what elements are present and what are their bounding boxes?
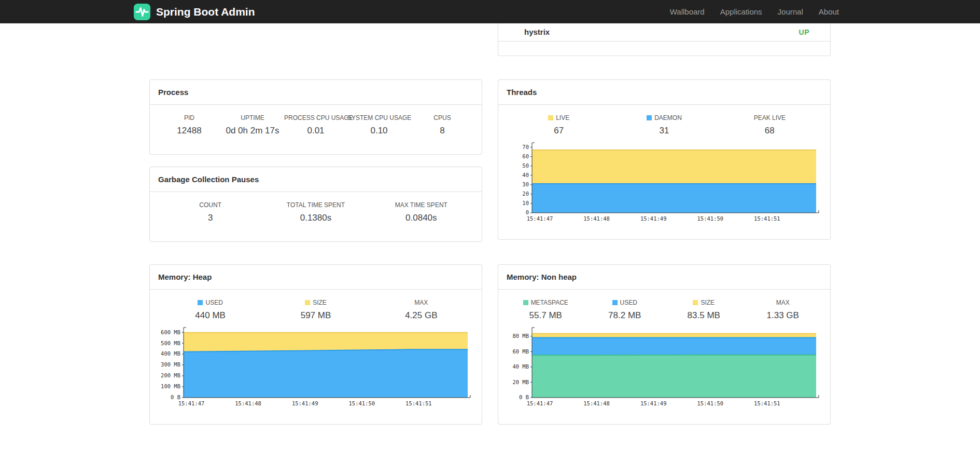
memory-nonheap-panel-title: Memory: Non heap — [498, 265, 830, 290]
application-name[interactable]: hystrix — [524, 28, 550, 36]
memory-nonheap-body: METASPACE55.7 MBUSED78.2 MBSIZE83.5 MBMA… — [498, 290, 830, 409]
x-tick-label: 15:41:47 — [527, 215, 553, 222]
y-tick-label: 30 — [522, 181, 529, 187]
heap-chart: 0 B100 MB200 MB300 MB400 MB500 MB600 MB1… — [158, 327, 474, 409]
y-tick-label: 60 MB — [512, 348, 529, 355]
metric-label: UPTIME — [221, 114, 284, 121]
spacer — [149, 23, 482, 79]
metric-value: 0.10 — [347, 126, 411, 136]
nav-link-applications[interactable]: Applications — [712, 7, 770, 16]
legend-label: SIZE — [263, 299, 368, 306]
y-tick-label: 0 B — [519, 394, 529, 400]
legend-swatch-icon — [647, 115, 652, 120]
heap-legend: USED440 MBSIZE597 MBMAX4.25 GB — [158, 299, 474, 321]
legend-item: SIZE83.5 MB — [664, 299, 744, 321]
legend-label: PEAK LIVE — [717, 114, 822, 121]
legend-swatch-icon — [198, 300, 203, 305]
legend-swatch-icon — [305, 300, 310, 305]
x-tick-label: 15:41:51 — [405, 400, 432, 406]
threads-body: LIVE67DAEMON31PEAK LIVE68 01020304050607… — [498, 105, 830, 224]
y-tick-label: 40 MB — [512, 363, 529, 370]
gc-metrics: COUNT3TOTAL TIME SPENT0.1380sMAX TIME SP… — [150, 192, 482, 223]
x-tick-label: 15:41:50 — [697, 400, 724, 406]
threads-chart: 01020304050607015:41:4715:41:4815:41:491… — [506, 142, 822, 224]
nav-item: About — [811, 7, 847, 17]
brand-link[interactable]: Spring Boot Admin — [133, 3, 255, 21]
legend-swatch-icon — [693, 300, 698, 305]
x-tick-label: 15:41:48 — [583, 400, 610, 406]
nonheap-chart-container: 0 B20 MB40 MB60 MB80 MB15:41:4715:41:481… — [506, 327, 822, 409]
right-column: hystrix UP Threads LIVE67DAEMON31PEAK LI… — [490, 23, 838, 425]
memory-heap-panel-title: Memory: Heap — [150, 265, 482, 290]
y-tick-label: 20 — [522, 190, 529, 197]
metric: UPTIME0d 0h 2m 17s — [221, 114, 284, 136]
navbar: Spring Boot Admin WallboardApplicationsJ… — [0, 0, 980, 23]
legend-item: METASPACE55.7 MB — [506, 299, 585, 321]
y-tick-label: 600 MB — [161, 329, 180, 335]
metric-label: MAX TIME SPENT — [369, 201, 474, 209]
applications-status-panel: hystrix UP — [498, 23, 831, 56]
x-tick-label: 15:41:48 — [235, 400, 261, 406]
y-tick-label: 40 — [522, 172, 529, 178]
metric-label: CPUS — [411, 114, 474, 121]
main-content: Process PID12488UPTIME0d 0h 2m 17sPROCES… — [142, 23, 838, 425]
chart-series — [532, 334, 816, 398]
area-metaspace — [532, 355, 816, 398]
memory-nonheap-panel: Memory: Non heap METASPACE55.7 MBUSED78.… — [498, 264, 831, 425]
legend-value: 67 — [506, 126, 611, 136]
navbar-inner: Spring Boot Admin WallboardApplicationsJ… — [133, 3, 847, 21]
metric: PID12488 — [158, 114, 221, 136]
nonheap-legend: METASPACE55.7 MBUSED78.2 MBSIZE83.5 MBMA… — [506, 299, 822, 321]
area-daemon — [532, 184, 816, 213]
legend-value: 83.5 MB — [664, 310, 744, 321]
x-tick-label: 15:41:50 — [349, 400, 375, 406]
y-tick-label: 0 B — [171, 394, 180, 400]
metric-label: PROCESS CPU USAGE — [284, 114, 347, 121]
legend-item: MAX1.33 GB — [744, 299, 823, 321]
y-tick-label: 80 MB — [512, 333, 529, 339]
legend-item: MAX4.25 GB — [369, 299, 474, 321]
metric-value: 3 — [158, 213, 263, 223]
legend-swatch-icon — [612, 300, 618, 305]
y-tick-label: 100 MB — [161, 383, 180, 389]
legend-swatch-icon — [523, 300, 528, 305]
brand-title: Spring Boot Admin — [156, 6, 255, 18]
pulse-logo-icon — [133, 3, 151, 21]
application-row[interactable]: hystrix UP — [498, 23, 830, 42]
nav-item: Applications — [712, 7, 770, 17]
y-tick-label: 500 MB — [161, 340, 180, 346]
chart-series — [184, 333, 468, 398]
legend-item: DAEMON31 — [611, 114, 717, 136]
line-metaspace — [532, 355, 816, 356]
legend-item: PEAK LIVE68 — [717, 114, 822, 136]
metric-label: SYSTEM CPU USAGE — [347, 114, 411, 121]
legend-item: LIVE67 — [506, 114, 611, 136]
x-tick-label: 15:41:50 — [697, 215, 724, 222]
process-metrics: PID12488UPTIME0d 0h 2m 17sPROCESS CPU US… — [150, 105, 482, 136]
legend-label: USED — [158, 299, 263, 306]
nav-link-journal[interactable]: Journal — [770, 7, 811, 16]
y-tick-label: 300 MB — [161, 361, 180, 367]
threads-panel: Threads LIVE67DAEMON31PEAK LIVE68 010203… — [498, 79, 831, 240]
metric-value: 12488 — [158, 126, 221, 136]
metric: MAX TIME SPENT0.0840s — [369, 201, 474, 223]
y-tick-label: 10 — [522, 200, 529, 206]
nav-item: Journal — [770, 7, 811, 17]
memory-heap-panel: Memory: Heap USED440 MBSIZE597 MBMAX4.25… — [149, 264, 482, 425]
left-column: Process PID12488UPTIME0d 0h 2m 17sPROCES… — [142, 23, 490, 425]
legend-label: DAEMON — [611, 114, 717, 121]
process-panel: Process PID12488UPTIME0d 0h 2m 17sPROCES… — [149, 79, 482, 155]
x-tick-label: 15:41:47 — [178, 400, 205, 406]
y-tick-label: 200 MB — [161, 372, 180, 378]
legend-value: 31 — [611, 126, 717, 136]
nav-link-about[interactable]: About — [811, 7, 847, 16]
legend-label: MAX — [744, 299, 823, 306]
spring-boot-admin-logo-icon — [133, 3, 151, 21]
metric: TOTAL TIME SPENT0.1380s — [263, 201, 368, 223]
y-tick-label: 20 MB — [512, 379, 529, 385]
legend-item: USED440 MB — [158, 299, 263, 321]
legend-item: USED78.2 MB — [585, 299, 665, 321]
threads-panel-title: Threads — [498, 80, 830, 105]
nav-link-wallboard[interactable]: Wallboard — [662, 7, 712, 16]
legend-value: 68 — [717, 126, 822, 136]
